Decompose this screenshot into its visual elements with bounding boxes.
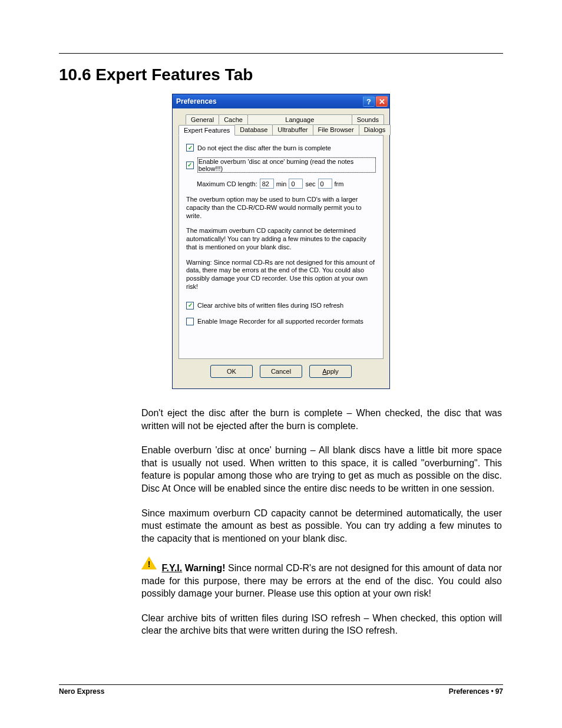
checkbox-image-recorder[interactable]: ✓	[186, 318, 194, 325]
note-cannot-determine: The maximum overburn CD capacity cannot …	[186, 227, 376, 251]
note-overburn-capacity: The overburn option may be used to burn …	[186, 196, 376, 220]
unit-frm: frm	[335, 180, 344, 187]
checkbox-archive-label: Clear archive bits of written files duri…	[197, 302, 343, 309]
help-button[interactable]: ?	[363, 96, 375, 107]
checkbox-overburn-label: Enable overburn 'disc at once' burning (…	[197, 157, 376, 173]
warning-bold: Warning!	[185, 563, 226, 573]
max-cd-length-row: Maximum CD length: 82 min 0 sec 0 frm	[197, 179, 376, 189]
cancel-button[interactable]: Cancel	[260, 365, 302, 378]
tab-language[interactable]: Language	[247, 114, 352, 124]
warning-icon	[141, 556, 157, 573]
tab-sounds[interactable]: Sounds	[352, 114, 384, 124]
paragraph-no-eject: Don't eject the disc after the burn is c…	[141, 407, 502, 432]
tab-cache[interactable]: Cache	[219, 114, 248, 124]
checkbox-image-recorder-label: Enable Image Recorder for all supported …	[197, 318, 363, 325]
titlebar-title: Preferences	[176, 97, 217, 106]
tab-database[interactable]: Database	[234, 124, 273, 135]
section-heading: 10.6 Expert Features Tab	[59, 65, 503, 84]
footer-left: Nero Express	[59, 687, 104, 696]
checkbox-overburn[interactable]: ✓	[186, 162, 194, 169]
screenshot-container: Preferences ? ✕ General Cache Language S…	[59, 94, 503, 389]
tab-dialogs[interactable]: Dialogs	[359, 124, 391, 135]
max-cd-length-label: Maximum CD length:	[197, 180, 257, 187]
input-frm[interactable]: 0	[318, 179, 332, 189]
checkbox-no-eject-label: Do not eject the disc after the burn is …	[197, 144, 331, 151]
close-button[interactable]: ✕	[376, 96, 388, 107]
input-min[interactable]: 82	[260, 179, 274, 189]
tab-general[interactable]: General	[186, 114, 219, 124]
paragraph-capacity: Since maximum overburn CD capacity canno…	[141, 507, 502, 545]
tab-panel: ✓ Do not eject the disc after the burn i…	[178, 135, 384, 359]
input-sec[interactable]: 0	[289, 179, 303, 189]
checkbox-archive-bits[interactable]: ✓	[186, 302, 194, 309]
paragraph-warning: F.Y.I. Warning! Since normal CD-R's are …	[141, 556, 502, 599]
note-warning: Warning: Since normal CD-Rs are not desi…	[186, 259, 376, 291]
apply-button[interactable]: Apply	[309, 365, 352, 378]
paragraph-overburn: Enable overburn 'disc at once' burning –…	[141, 444, 502, 495]
tab-file-browser[interactable]: File Browser	[313, 124, 359, 135]
titlebar: Preferences ? ✕	[173, 94, 389, 108]
tab-ultrabuffer[interactable]: Ultrabuffer	[272, 124, 313, 135]
paragraph-archive: Clear archive bits of written files duri…	[141, 612, 502, 637]
ok-button[interactable]: OK	[210, 365, 253, 378]
preferences-dialog: Preferences ? ✕ General Cache Language S…	[172, 94, 390, 389]
unit-sec: sec	[305, 180, 315, 187]
checkbox-no-eject[interactable]: ✓	[186, 144, 194, 151]
page-footer: Nero Express Preferences•97	[59, 684, 503, 696]
tab-expert-features[interactable]: Expert Features	[178, 125, 235, 136]
fyi-label: F.Y.I.	[162, 563, 183, 573]
unit-min: min	[276, 180, 287, 187]
footer-right: Preferences•97	[449, 687, 503, 696]
